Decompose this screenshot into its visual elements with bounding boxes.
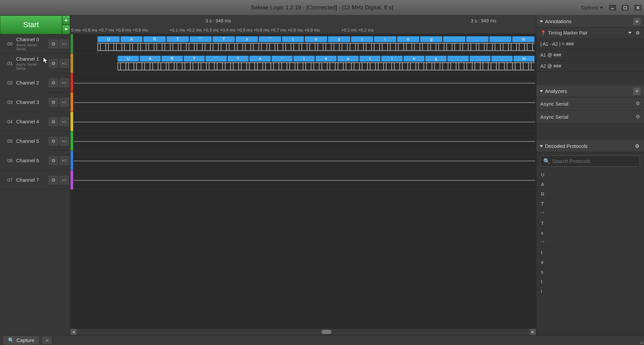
waveform-view[interactable]: 3 s : 948 ms3 s : 949 ms 5 ms +0.6 ms +0…: [70, 15, 536, 335]
channel-row[interactable]: ⋮⋮ 07 Channel 7 ⚙ +⎍: [0, 170, 70, 190]
add-annotation-button[interactable]: +: [633, 18, 641, 25]
digital-waveform-flat: [74, 83, 535, 83]
waveform-channel-strip[interactable]: [70, 170, 536, 190]
start-increment[interactable]: [62, 15, 70, 25]
decoded-item[interactable]: i: [536, 287, 644, 296]
decoded-item[interactable]: e: [536, 257, 644, 267]
options-menu[interactable]: Options: [581, 5, 603, 10]
decoded-protocols-header[interactable]: Decoded Protocols ⚙: [536, 140, 644, 152]
scroll-right-button[interactable]: ▶: [530, 329, 536, 335]
decoded-item[interactable]: x: [536, 228, 644, 238]
add-analyzer-button[interactable]: +: [633, 88, 641, 95]
channel-settings-button[interactable]: ⚙: [49, 137, 58, 146]
gear-icon[interactable]: ⚙: [636, 30, 640, 36]
scroll-left-button[interactable]: ◀: [70, 329, 77, 335]
protocol-byte: t: [293, 56, 315, 62]
annotations-header[interactable]: Annotations +: [536, 15, 644, 27]
drag-grip-icon[interactable]: ⋮⋮: [1, 42, 6, 46]
channel-trigger-button[interactable]: +⎍: [59, 137, 69, 146]
scroll-track[interactable]: [77, 330, 530, 334]
channel-row[interactable]: ⋮⋮ 06 Channel 6 ⚙ +⎍: [0, 151, 70, 170]
decoded-item[interactable]: R: [536, 189, 644, 199]
channel-trigger-button[interactable]: +⎍: [59, 78, 69, 87]
channel-trigger-button[interactable]: +⎍: [59, 176, 69, 184]
scroll-thumb[interactable]: [321, 330, 332, 334]
protocol-byte: \n: [512, 36, 535, 42]
decoded-item[interactable]: A: [536, 180, 644, 189]
decoded-item[interactable]: s: [536, 267, 644, 277]
channel-row[interactable]: ⋮⋮ 01 Channel 1 Async Serial - Serial ⚙ …: [0, 54, 70, 73]
timing-marker-pair-row[interactable]: 📍 Timing Marker Pair ⚙: [536, 27, 644, 39]
capture-tab[interactable]: 🔍 Capture: [3, 336, 39, 345]
collapse-icon: [540, 90, 543, 92]
channel-name: Channel 1: [16, 56, 47, 62]
drag-grip-icon[interactable]: ⋮⋮: [1, 101, 6, 104]
minimize-button[interactable]: [609, 5, 616, 10]
waveform-channel-strip[interactable]: [70, 93, 536, 112]
analyzer-item[interactable]: Async Serial⚙: [536, 97, 644, 110]
drag-grip-icon[interactable]: ⋮⋮: [1, 120, 6, 123]
channel-number: 05: [7, 138, 15, 144]
drag-grip-icon[interactable]: ⋮⋮: [1, 139, 6, 143]
decoded-results-list[interactable]: UART' 'Tx' 'testi: [536, 170, 644, 335]
horizontal-scrollbar[interactable]: ◀ ▶: [70, 328, 536, 335]
decoded-item[interactable]: T: [536, 219, 644, 228]
channel-trigger-button[interactable]: +⎍: [59, 117, 69, 126]
channel-name: Channel 3: [16, 99, 47, 105]
channel-row[interactable]: ⋮⋮ 03 Channel 3 ⚙ +⎍: [0, 93, 70, 112]
start-decrement[interactable]: [62, 25, 70, 34]
channel-trigger-button[interactable]: +⎍: [59, 98, 69, 107]
channel-row[interactable]: ⋮⋮ 04 Channel 4 ⚙ +⎍: [0, 112, 70, 131]
channel-number: 06: [7, 158, 15, 163]
search-protocols-input[interactable]: [552, 158, 637, 164]
drag-grip-icon[interactable]: ⋮⋮: [1, 159, 6, 162]
protocol-byte: .: [447, 56, 469, 62]
channel-row[interactable]: ⋮⋮ 02 Channel 2 ⚙ +⎍: [0, 73, 70, 93]
decoded-item[interactable]: T: [536, 199, 644, 209]
time-ticks-c: +0.1 ms +0.2 ms: [341, 27, 374, 33]
channel-settings-button[interactable]: ⚙: [49, 98, 58, 107]
decoded-settings-button[interactable]: ⚙: [633, 142, 641, 150]
channel-row[interactable]: ⋮⋮ 05 Channel 5 ⚙ +⎍: [0, 131, 70, 151]
drag-grip-icon[interactable]: ⋮⋮: [1, 81, 6, 84]
analyzer-item[interactable]: Async Serial⚙: [536, 110, 644, 123]
decoded-item[interactable]: ' ': [536, 238, 644, 248]
channel-settings-button[interactable]: ⚙: [49, 117, 58, 126]
drag-grip-icon[interactable]: ⋮⋮: [1, 62, 6, 65]
channel-settings-button[interactable]: ⚙: [49, 156, 58, 165]
search-protocols-box[interactable]: 🔍: [540, 156, 640, 167]
channel-color-bar: [70, 54, 73, 73]
waveform-channel-strip[interactable]: [70, 131, 536, 151]
waveform-channel-strip[interactable]: [70, 151, 536, 170]
analyzers-header[interactable]: Analyzers +: [536, 85, 644, 97]
channel-settings-button[interactable]: ⚙: [49, 78, 58, 87]
waveform-channel-strip[interactable]: [70, 112, 536, 131]
channel-settings-button[interactable]: ⚙: [49, 176, 58, 184]
maximize-button[interactable]: [622, 5, 629, 10]
marker-a1-row: A1 @ ###: [536, 50, 644, 61]
protocol-byte: .: [469, 56, 491, 62]
waveform-channel-strip[interactable]: [70, 73, 536, 93]
decoded-item[interactable]: U: [536, 170, 644, 180]
waveform-channel-strip[interactable]: UART' 'Tx' 'testing...\n: [70, 54, 536, 73]
decoded-item[interactable]: ' ': [536, 209, 644, 219]
protocol-byte: A: [140, 56, 161, 62]
channel-settings-button[interactable]: ⚙: [49, 40, 58, 48]
channel-row[interactable]: ⋮⋮ 00 Channel 0 Async Serial - Serial ⚙ …: [0, 34, 70, 54]
decoded-item[interactable]: t: [536, 248, 644, 257]
channel-trigger-button[interactable]: +⎍: [59, 156, 69, 165]
channel-trigger-button[interactable]: +⎍: [59, 59, 69, 68]
waveform-channel-strip[interactable]: UART' 'Tx' 'testing...\n: [70, 34, 536, 54]
start-button[interactable]: Start: [0, 15, 62, 34]
decoded-item[interactable]: t: [536, 277, 644, 287]
channel-trigger-button[interactable]: +⎍: [59, 40, 69, 48]
gear-icon[interactable]: ⚙: [636, 101, 640, 107]
tab-overflow-button[interactable]: »: [42, 337, 52, 344]
gear-icon[interactable]: ⚙: [636, 114, 640, 120]
drag-grip-icon[interactable]: ⋮⋮: [1, 178, 6, 182]
protocol-byte: e: [305, 36, 327, 42]
protocol-byte: s: [337, 56, 359, 62]
analyzers-title: Analyzers: [545, 88, 567, 94]
close-button[interactable]: [635, 5, 641, 10]
channel-settings-button[interactable]: ⚙: [49, 59, 58, 68]
